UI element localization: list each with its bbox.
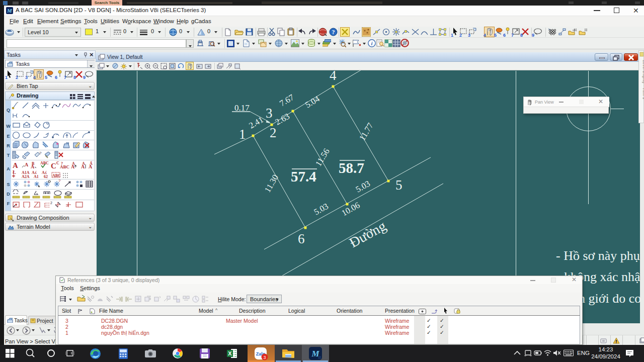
svg-text:A1: A1: [34, 174, 39, 179]
svg-text:C: C: [51, 162, 56, 170]
svg-text:5.04: 5.04: [303, 94, 321, 110]
svg-text:?: ?: [58, 179, 61, 183]
svg-text:A: A: [13, 161, 18, 169]
svg-text:ABC: ABC: [52, 173, 61, 178]
svg-text:A: A: [81, 164, 85, 169]
svg-text:3: 3: [266, 106, 273, 121]
svg-text:?: ?: [39, 151, 42, 155]
svg-text:6: 6: [298, 231, 305, 246]
svg-text:2.41: 2.41: [248, 115, 265, 130]
svg-text:7.67: 7.67: [278, 93, 296, 109]
svg-text:ABC: ABC: [60, 164, 69, 169]
svg-text:X: X: [228, 350, 232, 356]
svg-text:Đường: Đường: [347, 218, 388, 250]
svg-text:2: 2: [270, 125, 277, 140]
svg-text:4: 4: [330, 70, 337, 83]
svg-text:?: ?: [332, 29, 335, 36]
svg-text:A2A: A2A: [22, 174, 30, 179]
svg-text:- Hồ sơ này phụ l: - Hồ sơ này phụ l: [556, 248, 640, 263]
svg-text:A: A: [71, 164, 75, 169]
svg-text:58.7: 58.7: [339, 160, 364, 176]
svg-text:2: 2: [50, 201, 52, 205]
svg-text:3: 3: [263, 355, 266, 360]
svg-text:11.77: 11.77: [357, 121, 375, 142]
svg-text:11.30: 11.30: [263, 173, 280, 194]
svg-text:5: 5: [395, 177, 403, 193]
svg-text:C: C: [56, 161, 59, 165]
svg-text:1: 1: [239, 127, 246, 142]
svg-text:57.4: 57.4: [291, 168, 316, 185]
svg-text:5.03: 5.03: [354, 178, 372, 194]
svg-text:A: A: [31, 164, 35, 169]
svg-text:Level Display - View 1: Level Display - View 1: [642, 60, 644, 100]
svg-text:62: 62: [44, 174, 48, 179]
svg-text:0.17: 0.17: [234, 103, 250, 113]
svg-text:11.56: 11.56: [313, 147, 332, 168]
svg-text:Ł: Ł: [13, 169, 16, 175]
svg-text:A: A: [89, 164, 93, 169]
svg-text:A: A: [25, 162, 29, 167]
svg-text:10.06: 10.06: [340, 200, 362, 218]
